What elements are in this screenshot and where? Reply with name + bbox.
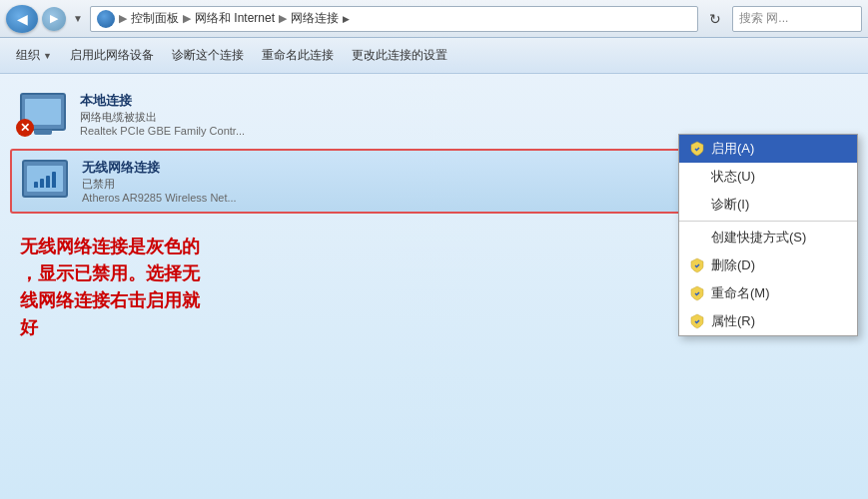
context-menu-status[interactable]: 状态(U) [679,163,857,191]
toolbar-diagnose[interactable]: 诊断这个连接 [164,43,252,68]
nav-dropdown[interactable]: ▼ [70,7,86,31]
wifi-monitor-icon [22,160,68,198]
context-menu-properties[interactable]: 属性(R) [679,307,857,335]
local-conn-info: 本地连接 网络电缆被拔出 Realtek PCIe GBE Family Con… [80,92,848,137]
context-menu-separator-1 [679,221,857,222]
breadcrumb-end-arrow: ▶ [343,14,350,24]
annotation-line3: 线网络连接右击启用就 [20,290,200,310]
shield-icon-rename [689,285,705,301]
local-conn-name: 本地连接 [80,92,848,110]
breadcrumb-item-1[interactable]: 控制面板 [131,10,179,27]
shield-icon-enable [689,141,705,157]
annotation-line2: ，显示已禁用。选择无 [20,263,200,283]
properties-label: 属性(R) [711,312,847,330]
context-menu-create-shortcut[interactable]: 创建快捷方式(S) [679,224,857,251]
status-label: 状态(U) [711,168,847,186]
context-menu-enable[interactable]: 启用(A) [679,135,857,163]
breadcrumb-sep3: ▶ [279,12,287,25]
connections-panel: ✕ 本地连接 网络电缆被拔出 Realtek PCIe GBE Family C… [0,74,868,499]
enable-device-label: 启用此网络设备 [70,47,154,64]
annotation-text: 无线网络连接是灰色的 ，显示已禁用。选择无 线网络连接右击启用就 好 [20,234,200,341]
rename-label: 重命名此连接 [262,47,334,64]
organize-label: 组织 [16,47,40,64]
annotation-line1: 无线网络连接是灰色的 [20,237,200,256]
local-conn-status: 网络电缆被拔出 [80,110,848,125]
toolbar: 组织 ▼ 启用此网络设备 诊断这个连接 重命名此连接 更改此连接的设置 [0,38,868,74]
search-placeholder: 搜索 网... [739,10,788,27]
main-area: ✕ 本地连接 网络电缆被拔出 Realtek PCIe GBE Family C… [0,74,868,499]
context-menu-diagnose[interactable]: 诊断(I) [679,191,857,219]
change-settings-label: 更改此连接的设置 [352,47,447,64]
toolbar-enable-device[interactable]: 启用此网络设备 [62,43,162,68]
refresh-button[interactable]: ↻ [702,6,728,32]
toolbar-organize[interactable]: 组织 ▼ [8,43,60,68]
breadcrumb-sep2: ▶ [183,12,191,25]
diagnose-ctx-label: 诊断(I) [711,196,847,214]
forward-button[interactable]: ▶ [42,7,66,31]
breadcrumb: ▶ 控制面板 ▶ 网络和 Internet ▶ 网络连接 ▶ [90,6,698,32]
rename-ctx-label: 重命名(M) [711,284,847,302]
wifi-bars [34,170,56,188]
wifi-bar-2 [40,179,44,188]
wifi-conn-icon [22,160,72,204]
annotation-line4: 好 [20,317,38,337]
address-bar: ◀ ▶ ▼ ▶ 控制面板 ▶ 网络和 Internet ▶ 网络连接 ▶ ↻ 搜… [0,0,868,38]
organize-dropdown-icon: ▼ [43,51,52,61]
shield-icon-properties [689,313,705,329]
wifi-bar-4 [52,172,56,188]
search-box[interactable]: 搜索 网... [732,6,862,32]
diagnose-label: 诊断这个连接 [172,47,244,64]
wifi-screen [27,166,63,192]
enable-label: 启用(A) [711,140,847,158]
toolbar-rename[interactable]: 重命名此连接 [254,43,342,68]
toolbar-change-settings[interactable]: 更改此连接的设置 [344,43,455,68]
globe-icon [97,10,115,28]
context-menu-delete[interactable]: 删除(D) [679,251,857,279]
breadcrumb-item-3[interactable]: 网络连接 [291,10,339,27]
back-button[interactable]: ◀ [6,5,38,33]
wifi-bar-3 [46,176,50,188]
context-menu: 启用(A) 状态(U) 诊断(I) 创建快捷方式(S) [678,134,858,336]
breadcrumb-item-2[interactable]: 网络和 Internet [195,10,275,27]
breadcrumb-sep1: ▶ [119,12,127,25]
error-x-icon: ✕ [16,119,34,137]
local-conn-icon: ✕ [20,93,70,137]
shortcut-label: 创建快捷方式(S) [711,229,847,247]
delete-label: 删除(D) [711,256,847,274]
shield-icon-delete [689,257,705,273]
context-menu-rename[interactable]: 重命名(M) [679,279,857,307]
wifi-bar-1 [34,182,38,188]
